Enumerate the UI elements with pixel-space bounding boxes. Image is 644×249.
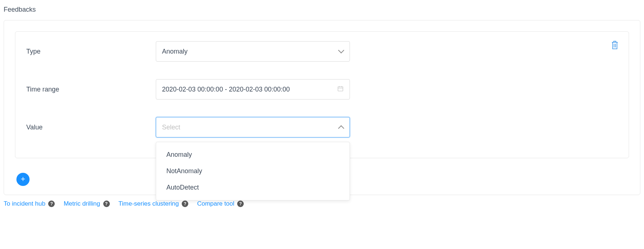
help-icon[interactable]: ?	[237, 201, 244, 207]
dropdown-option-anomaly[interactable]: Anomaly	[156, 147, 350, 163]
plus-icon	[20, 176, 26, 183]
link-time-series-clustering[interactable]: Time-series clustering	[119, 200, 179, 207]
help-icon[interactable]: ?	[48, 201, 55, 207]
value-label: Value	[26, 124, 156, 131]
section-title: Feedbacks	[4, 6, 640, 13]
time-range-row: Time range 2020-02-03 00:00:00 - 2020-02…	[26, 79, 618, 100]
dropdown-option-autodetect[interactable]: AutoDetect	[156, 179, 350, 196]
link-metric-drilling[interactable]: Metric drilling	[63, 200, 100, 207]
time-range-label: Time range	[26, 86, 156, 93]
type-select[interactable]: Anomaly	[156, 41, 350, 62]
link-compare-tool[interactable]: Compare tool	[197, 200, 234, 207]
chevron-up-icon	[339, 125, 344, 130]
help-icon[interactable]: ?	[182, 201, 188, 207]
footer-links: To incident hub ? Metric drilling ? Time…	[4, 200, 640, 207]
feedback-item-card: Type Anomaly Time range 2020-02-03 00:00…	[15, 31, 629, 158]
trash-icon	[610, 46, 619, 51]
add-feedback-button[interactable]	[16, 173, 30, 186]
calendar-icon	[337, 85, 344, 94]
time-range-picker[interactable]: 2020-02-03 00:00:00 - 2020-02-03 00:00:0…	[156, 79, 350, 100]
delete-button[interactable]	[609, 38, 621, 52]
type-label: Type	[26, 48, 156, 55]
chevron-down-icon	[339, 49, 344, 54]
time-range-value: 2020-02-03 00:00:00 - 2020-02-03 00:00:0…	[162, 86, 290, 93]
value-row: Value Select Anomaly NotAnomaly AutoDete…	[26, 117, 618, 137]
value-select-placeholder: Select	[162, 124, 180, 131]
type-select-value: Anomaly	[162, 48, 188, 55]
value-dropdown-menu: Anomaly NotAnomaly AutoDetect	[156, 142, 350, 201]
value-select[interactable]: Select	[156, 117, 350, 137]
dropdown-option-notanomaly[interactable]: NotAnomaly	[156, 163, 350, 179]
svg-rect-0	[338, 86, 343, 91]
feedbacks-container: Type Anomaly Time range 2020-02-03 00:00…	[4, 20, 640, 195]
help-icon[interactable]: ?	[103, 201, 110, 207]
link-incident-hub[interactable]: To incident hub	[4, 200, 45, 207]
type-row: Type Anomaly	[26, 41, 618, 62]
